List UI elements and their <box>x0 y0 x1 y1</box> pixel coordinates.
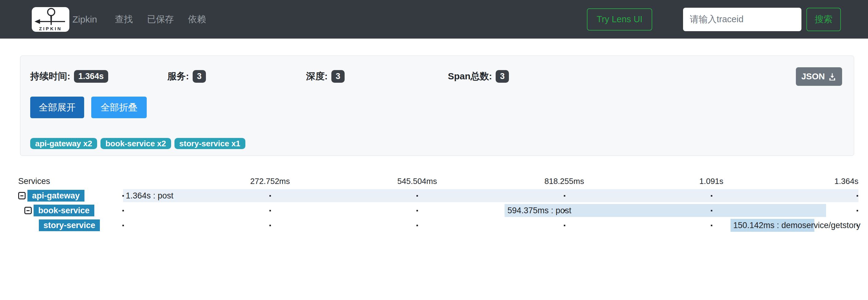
timeline-ticks: 272.752ms 545.504ms 818.255ms 1.091s 1.3… <box>123 176 859 186</box>
stat-services-value: 3 <box>193 70 206 83</box>
tick-dot <box>564 225 565 226</box>
tick-dot <box>857 195 858 197</box>
tick-label: 1.091s <box>700 176 723 186</box>
tick-label: 1.364s <box>834 176 859 186</box>
brand-label[interactable]: Zipkin <box>72 14 97 25</box>
tick-dot <box>416 195 418 197</box>
json-download-button[interactable]: JSON <box>796 67 842 86</box>
logo-wordmark: ZIPKIN <box>39 26 62 31</box>
stat-duration-value: 1.364s <box>74 70 108 83</box>
span-row-api-gateway: api-gateway 1.364s : post <box>18 189 859 202</box>
zipkin-logo[interactable]: ZIPKIN <box>32 7 69 32</box>
tick-dot <box>564 210 565 212</box>
tick-dot <box>270 195 271 197</box>
services-column-header: Services <box>18 176 123 186</box>
stat-duration: 持续时间: 1.364s <box>30 70 167 83</box>
stat-span-total-label: Span总数: <box>448 70 492 83</box>
tick-dot <box>564 195 565 197</box>
stat-span-total: Span总数: 3 <box>448 70 509 83</box>
collapse-all-button[interactable]: 全部折叠 <box>91 97 147 118</box>
stat-services-label: 服务: <box>167 70 189 83</box>
tick-dot <box>711 225 712 226</box>
service-tag-book-service[interactable]: book-service x2 <box>100 138 171 149</box>
tick-label: 818.255ms <box>544 176 584 186</box>
collapse-icon[interactable] <box>24 207 32 214</box>
span-bar-label: 594.375ms : post <box>504 206 571 215</box>
service-cell: book-service <box>18 204 123 217</box>
service-chip-book-service[interactable]: book-service <box>34 204 94 216</box>
tick-dot <box>122 210 124 212</box>
stat-depth-value: 3 <box>331 70 345 83</box>
service-chip-api-gateway[interactable]: api-gateway <box>27 190 85 201</box>
service-cell: story-service <box>18 219 123 232</box>
service-chip-story-service[interactable]: story-service <box>39 219 100 231</box>
stat-services: 服务: 3 <box>167 70 306 83</box>
tick-dot <box>416 225 418 226</box>
span-row-book-service: book-service 594.375ms : post <box>18 204 859 217</box>
nav-links: 查找 已保存 依赖 <box>115 13 206 26</box>
stat-duration-label: 持续时间: <box>30 70 70 83</box>
service-tag-story-service[interactable]: story-service x1 <box>175 138 245 149</box>
json-button-label: JSON <box>801 72 825 81</box>
try-lens-ui-button[interactable]: Try Lens UI <box>587 8 652 31</box>
nav-item-dependencies[interactable]: 依赖 <box>188 13 206 26</box>
stat-span-total-value: 3 <box>496 70 509 83</box>
navbar-right: Try Lens UI 搜索 <box>587 8 841 31</box>
stat-depth-label: 深度: <box>306 70 328 83</box>
trace-timeline: Services 272.752ms 545.504ms 818.255ms 1… <box>18 176 859 232</box>
traceid-input[interactable] <box>683 8 801 31</box>
tick-dot <box>857 225 858 226</box>
span-rows: api-gateway 1.364s : post book-service 5… <box>18 189 859 232</box>
collapse-icon[interactable] <box>18 192 26 199</box>
tick-dot <box>711 195 712 197</box>
span-row-story-service: story-service 150.142ms : demoservice/ge… <box>18 219 859 232</box>
nav-item-saved[interactable]: 已保存 <box>147 13 174 26</box>
span-bar[interactable] <box>123 189 859 202</box>
tick-dot <box>416 210 418 212</box>
tick-dot <box>270 225 271 226</box>
tick-dot <box>711 210 712 212</box>
tick-dot <box>122 225 124 226</box>
tick-dot <box>122 195 124 197</box>
zipkin-pin-icon: ZIPKIN <box>32 7 69 32</box>
tick-dot <box>857 210 858 212</box>
tick-dot <box>270 210 271 212</box>
timeline-header: Services 272.752ms 545.504ms 818.255ms 1… <box>18 176 859 186</box>
expand-all-button[interactable]: 全部展开 <box>30 97 84 118</box>
span-bar-label: 150.142ms : demoservice/getstory <box>731 221 861 230</box>
row-timeline: 1.364s : post <box>123 189 859 202</box>
expand-collapse-actions: 全部展开 全部折叠 <box>30 97 842 118</box>
tick-label: 272.752ms <box>250 176 290 186</box>
span-bar-label: 1.364s : post <box>123 191 174 200</box>
service-tag-list: api-gateway x2 book-service x2 story-ser… <box>30 138 842 149</box>
nav-item-find[interactable]: 查找 <box>115 13 133 26</box>
row-timeline: 594.375ms : post <box>123 204 859 217</box>
service-cell: api-gateway <box>18 189 123 202</box>
stat-depth: 深度: 3 <box>306 70 448 83</box>
service-tag-api-gateway[interactable]: api-gateway x2 <box>30 138 97 149</box>
navbar: ZIPKIN Zipkin 查找 已保存 依赖 Try Lens UI 搜索 <box>0 0 868 38</box>
trace-stats: 持续时间: 1.364s 服务: 3 深度: 3 Span总数: 3 <box>30 67 842 85</box>
search-button[interactable]: 搜索 <box>806 8 841 31</box>
row-timeline: 150.142ms : demoservice/getstory <box>123 219 859 232</box>
download-icon <box>828 72 837 81</box>
tick-label: 545.504ms <box>397 176 437 186</box>
trace-summary-card: 持续时间: 1.364s 服务: 3 深度: 3 Span总数: 3 JSON … <box>20 56 854 156</box>
